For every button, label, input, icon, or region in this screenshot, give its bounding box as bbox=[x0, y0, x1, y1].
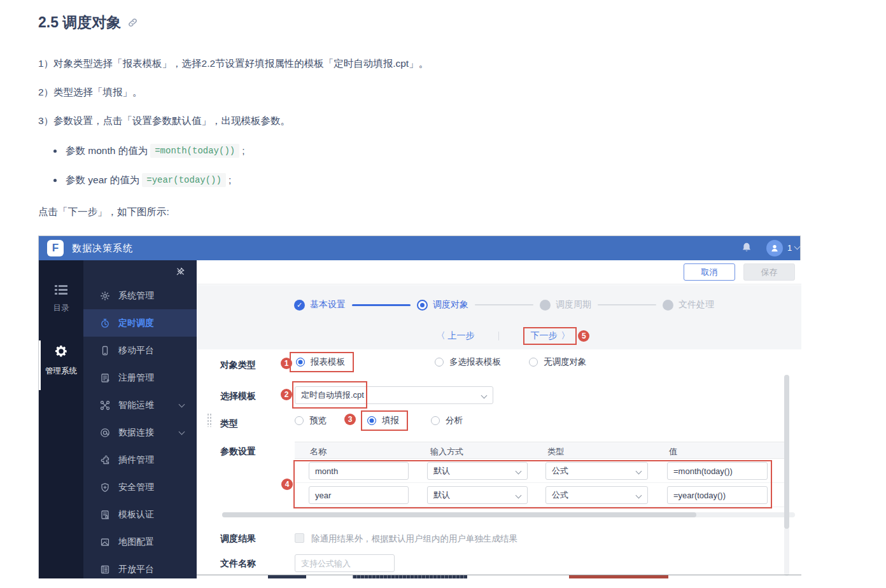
user-name: 1 bbox=[787, 236, 792, 260]
radio-fill-report[interactable] bbox=[367, 416, 376, 425]
step-schedule-cycle[interactable]: 调度周期 bbox=[540, 299, 591, 311]
vertical-scrollbar[interactable] bbox=[784, 375, 789, 529]
step-todo-icon bbox=[663, 300, 673, 311]
cancel-button[interactable]: 取消 bbox=[684, 263, 735, 281]
step-connector bbox=[352, 304, 411, 306]
param-type-select[interactable]: 公式 bbox=[545, 462, 648, 480]
rail-item-admin-system[interactable]: 管理系统 bbox=[39, 344, 83, 377]
sidebar-item-label: 模板认证 bbox=[118, 509, 154, 521]
params-table: 名称 输入方式 类型 值 month 默认 公式 bbox=[295, 442, 785, 507]
step-file-handling[interactable]: 文件处理 bbox=[663, 299, 714, 311]
next-step-link[interactable]: 下一步 bbox=[530, 330, 557, 342]
radio-report-template[interactable] bbox=[296, 358, 305, 367]
object-type-option-multi[interactable]: 多选报表模板 bbox=[435, 356, 501, 368]
radio-label: 预览 bbox=[309, 415, 327, 426]
notification-bell-icon[interactable] bbox=[741, 242, 752, 253]
radio-multi-template[interactable] bbox=[435, 358, 444, 367]
rail-item-directory[interactable]: 目录 bbox=[39, 284, 83, 314]
save-button[interactable]: 保存 bbox=[743, 263, 795, 281]
gear-icon bbox=[100, 291, 110, 301]
unpin-icon[interactable] bbox=[176, 267, 185, 276]
annotation-badge-2: 2 bbox=[281, 389, 292, 400]
type-label: 类型 bbox=[220, 418, 238, 430]
param-value-input[interactable]: =month(today()) bbox=[667, 462, 768, 480]
step-todo-icon bbox=[540, 300, 551, 311]
nav-divider bbox=[498, 332, 499, 340]
sidebar-item-map-config[interactable]: 地图配置 bbox=[83, 528, 197, 556]
anchor-link-icon[interactable] bbox=[127, 17, 138, 28]
chevron-down-icon[interactable] bbox=[794, 244, 801, 250]
radio-label: 无调度对象 bbox=[544, 356, 587, 368]
param-value-input[interactable]: =year(today()) bbox=[667, 486, 768, 504]
next-step-annotation-box: 下一步 〉 bbox=[523, 327, 577, 345]
sidebar-item-label: 移动平台 bbox=[118, 345, 154, 356]
sidebar-item-mobile-platform[interactable]: 移动平台 bbox=[83, 337, 197, 364]
radio-preview[interactable] bbox=[295, 416, 304, 425]
step-connector bbox=[475, 304, 533, 305]
sidebar-item-label: 定时调度 bbox=[118, 318, 154, 329]
param-row-year: year 默认 公式 =year(today()) bbox=[295, 483, 785, 507]
radio-no-object[interactable] bbox=[529, 358, 538, 367]
sidebar-item-system-admin[interactable]: 系统管理 bbox=[83, 282, 197, 309]
sidebar-item-security[interactable]: 安全管理 bbox=[83, 473, 197, 501]
sidebar-item-plugin-management[interactable]: 插件管理 bbox=[83, 446, 197, 473]
param-name-input[interactable]: year bbox=[309, 486, 409, 504]
code-snippet-month: =month(today()) bbox=[150, 144, 239, 158]
gear-icon bbox=[54, 344, 68, 358]
app-logo[interactable]: F bbox=[47, 240, 64, 256]
main-content: 取消 保存 ✓ 基本设置 调度对象 bbox=[197, 260, 801, 578]
sidebar-item-scheduled-tasks[interactable]: 定时调度 bbox=[83, 309, 197, 337]
page: { "doc": { "heading": "2.5 调度对象", "parag… bbox=[0, 0, 886, 588]
panel-drag-handle[interactable] bbox=[207, 413, 211, 427]
app-screenshot: F 数据决策系统 1 bbox=[38, 235, 801, 578]
object-type-option-selected-box: 报表模板 bbox=[290, 352, 354, 372]
user-avatar[interactable] bbox=[766, 240, 783, 256]
document-plus-icon bbox=[100, 373, 110, 383]
file-name-input[interactable] bbox=[295, 554, 395, 572]
select-value: 默认 bbox=[433, 465, 450, 477]
schedule-result-checkbox-label: 除通用结果外，根据默认用户组内的用户单独生成结果 bbox=[311, 533, 517, 545]
type-option-analysis[interactable]: 分析 bbox=[431, 415, 463, 426]
code-snippet-year: =year(today()) bbox=[142, 173, 226, 187]
prev-step-link[interactable]: 〈 上一步 bbox=[437, 330, 475, 342]
sidebar-item-template-certification[interactable]: 模板认证 bbox=[83, 501, 197, 528]
doc-bullet-year: 参数 year 的值为 =year(today()) ; bbox=[53, 173, 231, 187]
params-table-header: 名称 输入方式 类型 值 bbox=[295, 442, 785, 459]
doc-paragraph-1: 1）对象类型选择「报表模板」，选择2.2节设置好填报属性的模板「定时自动填报.c… bbox=[38, 57, 428, 71]
chevron-left-icon: 〈 bbox=[437, 330, 446, 340]
param-mode-select[interactable]: 默认 bbox=[427, 486, 528, 504]
chevron-down-icon bbox=[179, 402, 185, 408]
step-schedule-object[interactable]: 调度对象 bbox=[417, 299, 468, 311]
step-indicator: ✓ 基本设置 调度对象 调度周期 bbox=[202, 299, 801, 311]
sidebar-item-intelligent-ops[interactable]: 智能运维 bbox=[83, 391, 197, 419]
horizontal-scrollbar-thumb[interactable] bbox=[222, 512, 696, 517]
template-select[interactable]: 定时自动填报.cpt bbox=[295, 386, 493, 404]
schedule-result-checkbox[interactable] bbox=[295, 533, 304, 543]
sidebar-item-data-connection[interactable]: 数据连接 bbox=[83, 419, 197, 446]
vertical-scrollbar-track bbox=[784, 528, 789, 576]
object-type-option-none[interactable]: 无调度对象 bbox=[529, 356, 587, 368]
horizontal-scrollbar[interactable] bbox=[222, 512, 795, 517]
param-mode-select[interactable]: 默认 bbox=[427, 462, 528, 480]
left-rail: 目录 管理系统 bbox=[39, 260, 83, 578]
type-option-preview[interactable]: 预览 bbox=[295, 415, 327, 426]
chevron-down-icon bbox=[179, 429, 185, 435]
cutoff-segment bbox=[353, 575, 467, 578]
sidebar: 系统管理 定时调度 bbox=[83, 260, 197, 578]
param-type-select[interactable]: 公式 bbox=[545, 486, 648, 504]
doc-paragraph-2: 2）类型选择「填报」。 bbox=[38, 86, 143, 99]
radio-analysis[interactable] bbox=[431, 416, 440, 425]
param-row-month: month 默认 公式 =month(today()) bbox=[295, 459, 785, 483]
app-header: F 数据决策系统 1 bbox=[39, 236, 800, 260]
param-name-input[interactable]: month bbox=[309, 462, 409, 480]
step-basic-settings[interactable]: ✓ 基本设置 bbox=[294, 299, 346, 311]
chevron-down-icon bbox=[516, 493, 522, 499]
col-header-mode: 输入方式 bbox=[430, 446, 463, 458]
sidebar-item-registration[interactable]: 注册管理 bbox=[83, 364, 197, 391]
chevron-down-icon bbox=[636, 468, 642, 475]
sidebar-item-open-platform[interactable]: 开放平台 bbox=[83, 556, 197, 583]
timer-icon bbox=[100, 318, 110, 328]
step-connector bbox=[598, 304, 656, 305]
wizard-nav: 〈 上一步 下一步 〉 5 bbox=[211, 327, 801, 345]
tools-icon bbox=[100, 400, 110, 410]
